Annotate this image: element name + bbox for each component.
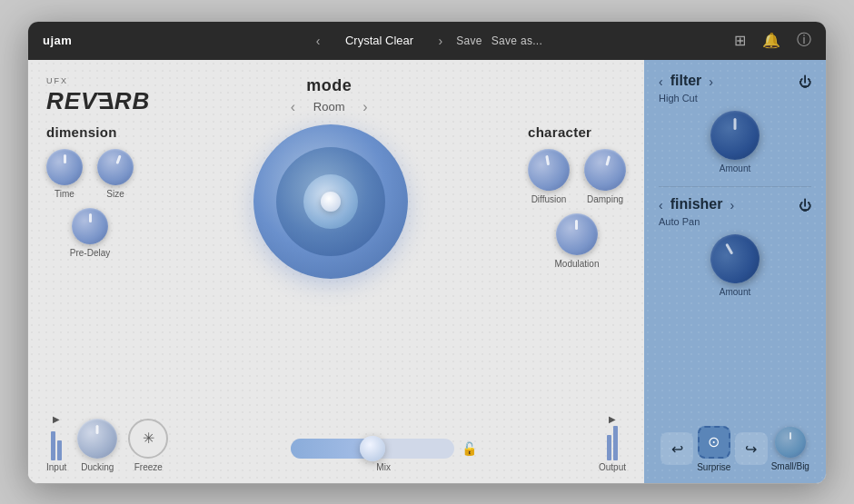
mode-value: Room	[306, 100, 352, 114]
mix-slider-thumb[interactable]	[360, 436, 385, 461]
filter-amount-knob[interactable]	[710, 111, 760, 160]
time-knob-group: Time	[46, 149, 83, 199]
input-play-button[interactable]: ▶	[53, 414, 60, 424]
dimension-top-knobs: Time Size	[46, 149, 134, 199]
size-knob-group: Size	[97, 149, 134, 199]
smallbig-knob[interactable]	[775, 427, 806, 458]
vu-seg-2	[57, 440, 62, 460]
ducking-knob[interactable]	[77, 419, 117, 459]
output-vu-group: ▶ Output	[599, 414, 626, 472]
mode-title: mode	[306, 76, 352, 95]
mix-label: Mix	[376, 462, 391, 472]
mode-prev-button[interactable]: ‹	[291, 99, 295, 115]
mode-area: mode ‹ Room ›	[291, 76, 368, 115]
main-content: UFX REVERB mode ‹ Room › dimensio	[28, 60, 826, 483]
surprise-group: ⊙ Surprise	[697, 426, 730, 472]
output-play-button[interactable]: ▶	[609, 414, 616, 424]
grid-icon-button[interactable]: ⊞	[734, 32, 746, 49]
input-vu-group: ▶ Input	[46, 414, 66, 472]
titlebar: ujam ‹ Crystal Clear › Save Save as... ⊞…	[28, 22, 826, 60]
filter-prev-button[interactable]: ‹	[659, 74, 663, 89]
undo-button[interactable]: ↩	[660, 432, 693, 465]
finisher-prev-button[interactable]: ‹	[659, 198, 663, 212]
logo-area: UFX REVERB	[46, 76, 150, 115]
smallbig-group: Small/Big	[771, 427, 809, 471]
modulation-label: Modulation	[555, 259, 600, 269]
vu-seg-1	[51, 431, 55, 460]
reverb-ring-inner	[303, 174, 358, 229]
right-panel: ‹ filter › ⏻ High Cut Amount ‹	[644, 60, 826, 483]
freeze-group: ✳ Freeze	[128, 419, 168, 472]
filter-power-button[interactable]: ⏻	[799, 74, 811, 89]
freeze-label: Freeze	[134, 462, 163, 472]
redo-button[interactable]: ↪	[735, 432, 768, 465]
finisher-amount-knob[interactable]	[701, 225, 769, 292]
filter-knob-group: Amount	[659, 111, 811, 173]
panel-divider	[659, 186, 811, 187]
save-as-button[interactable]: Save as...	[492, 35, 542, 47]
finisher-subtitle: Auto Pan	[659, 216, 811, 227]
finisher-next-button[interactable]: ›	[730, 198, 734, 212]
damping-label: Damping	[587, 194, 623, 204]
input-vu-meter	[51, 426, 62, 460]
filter-title: filter	[670, 73, 702, 89]
mode-nav: ‹ Room ›	[291, 99, 368, 115]
input-label: Input	[46, 462, 66, 472]
surprise-button[interactable]: ⊙	[698, 426, 730, 459]
output-label: Output	[599, 462, 626, 472]
finisher-title: finisher	[670, 196, 723, 212]
time-knob[interactable]	[46, 149, 83, 185]
header-row: UFX REVERB mode ‹ Room ›	[46, 76, 626, 115]
damping-knob-group: Damping	[584, 149, 626, 204]
filter-section: ‹ filter › ⏻ High Cut Amount	[659, 73, 811, 183]
filter-nav: ‹ filter ›	[659, 73, 713, 91]
character-top-knobs: Diffusion Damping	[528, 149, 626, 204]
predelay-knob[interactable]	[72, 208, 108, 244]
predelay-knob-group: Pre-Delay	[70, 208, 110, 258]
filter-header: ‹ filter › ⏻	[659, 73, 811, 91]
diffusion-knob[interactable]	[524, 145, 572, 193]
finisher-power-button[interactable]: ⏻	[799, 198, 811, 212]
mix-slider[interactable]	[291, 439, 454, 459]
titlebar-actions: ⊞ 🔔 ⓘ	[734, 31, 811, 50]
filter-amount-label: Amount	[720, 163, 750, 173]
dimension-section: dimension Time Size Pre-Delay	[46, 124, 134, 258]
mix-container: 🔓 Mix	[179, 439, 588, 472]
output-vu-meter	[607, 426, 618, 460]
filter-next-button[interactable]: ›	[709, 74, 713, 89]
preset-next-button[interactable]: ›	[434, 32, 448, 50]
reverb-ring-mid	[276, 147, 385, 256]
diffusion-knob-group: Diffusion	[528, 149, 570, 204]
reverb-center	[321, 192, 341, 212]
ducking-knob-group: Ducking	[77, 419, 117, 472]
predelay-label: Pre-Delay	[70, 248, 110, 258]
surprise-label: Surprise	[697, 462, 730, 472]
brand-label: ujam	[43, 34, 72, 47]
bell-icon-button[interactable]: 🔔	[762, 32, 780, 49]
character-title: character	[528, 124, 591, 140]
logo-reverb: REVERB	[46, 87, 150, 115]
finisher-header: ‹ finisher › ⏻	[659, 196, 811, 214]
right-bottom-actions: ↩ ⊙ Surprise ↪ Small/Big	[659, 419, 811, 472]
dimension-title: dimension	[46, 124, 117, 140]
damping-knob[interactable]	[580, 143, 631, 194]
mode-next-button[interactable]: ›	[362, 99, 367, 115]
size-knob[interactable]	[92, 143, 138, 190]
left-panel: UFX REVERB mode ‹ Room › dimensio	[28, 60, 644, 483]
vu-seg-out-1	[607, 435, 611, 460]
titlebar-center: ‹ Crystal Clear › Save Save as...	[312, 32, 542, 50]
freeze-button[interactable]: ✳	[128, 419, 168, 459]
modulation-knob[interactable]	[556, 213, 598, 255]
vu-seg-out-2	[613, 426, 618, 460]
finisher-section: ‹ finisher › ⏻ Auto Pan Amount	[659, 196, 811, 306]
preset-prev-button[interactable]: ‹	[312, 32, 325, 50]
main-window: ujam ‹ Crystal Clear › Save Save as... ⊞…	[27, 21, 827, 484]
size-label: Size	[106, 189, 124, 199]
save-button[interactable]: Save	[456, 35, 482, 47]
finisher-amount-label: Amount	[720, 287, 750, 297]
reverb-ring-outer[interactable]	[253, 124, 408, 279]
mix-link-button[interactable]: 🔓	[462, 441, 477, 456]
info-icon-button[interactable]: ⓘ	[797, 31, 811, 50]
time-label: Time	[55, 189, 74, 199]
reverb-visual	[134, 124, 528, 279]
